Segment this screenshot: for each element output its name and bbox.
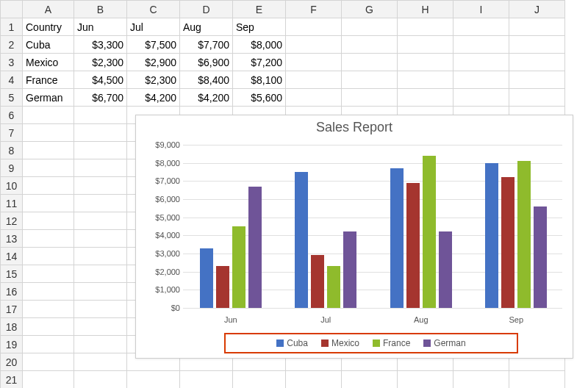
legend-item[interactable]: German xyxy=(423,338,465,348)
cell[interactable] xyxy=(23,230,74,248)
cell[interactable] xyxy=(23,318,74,336)
cell[interactable] xyxy=(286,36,342,54)
cell[interactable]: $7,500 xyxy=(127,36,180,54)
cell[interactable] xyxy=(398,71,453,89)
cell[interactable]: Mexico xyxy=(23,54,74,71)
chart-bar[interactable] xyxy=(232,226,245,308)
cell[interactable]: Sep xyxy=(233,18,286,36)
cell[interactable] xyxy=(286,371,342,389)
row-header[interactable]: 9 xyxy=(1,159,23,177)
cell[interactable]: $5,600 xyxy=(233,89,286,107)
row-header[interactable]: 2 xyxy=(1,36,23,54)
chart-legend[interactable]: CubaMexicoFranceGerman xyxy=(224,333,518,353)
cell[interactable]: $2,300 xyxy=(74,54,127,71)
cell[interactable] xyxy=(74,265,127,283)
row-header[interactable]: 16 xyxy=(1,283,23,301)
cell[interactable]: $8,100 xyxy=(233,71,286,89)
row-header[interactable]: 14 xyxy=(1,248,23,265)
cell[interactable]: $7,700 xyxy=(180,36,233,54)
col-header[interactable]: H xyxy=(398,1,453,18)
cell[interactable] xyxy=(23,248,74,265)
chart-bar[interactable] xyxy=(485,163,498,308)
cell[interactable] xyxy=(286,18,342,36)
cell[interactable] xyxy=(453,36,509,54)
cell[interactable]: France xyxy=(23,71,74,89)
row-header[interactable]: 10 xyxy=(1,177,23,195)
row-header[interactable]: 20 xyxy=(1,353,23,371)
chart-bar[interactable] xyxy=(534,206,547,308)
cell[interactable] xyxy=(509,371,565,389)
row-header[interactable]: 12 xyxy=(1,212,23,230)
cell[interactable] xyxy=(509,54,565,71)
cell[interactable] xyxy=(74,353,127,371)
cell[interactable]: $8,400 xyxy=(180,71,233,89)
cell[interactable]: German xyxy=(23,89,74,107)
cell[interactable] xyxy=(453,18,509,36)
chart-bar[interactable] xyxy=(295,172,308,308)
cell[interactable]: $4,200 xyxy=(127,89,180,107)
cell[interactable] xyxy=(127,371,180,389)
cell[interactable] xyxy=(342,89,398,107)
row-header[interactable]: 15 xyxy=(1,265,23,283)
cell[interactable] xyxy=(453,371,509,389)
chart-bar[interactable] xyxy=(248,187,262,308)
cell[interactable] xyxy=(23,353,74,371)
cell[interactable] xyxy=(74,318,127,336)
cell[interactable] xyxy=(23,142,74,159)
col-header[interactable]: E xyxy=(233,1,286,18)
cell[interactable] xyxy=(74,230,127,248)
cell[interactable] xyxy=(74,283,127,301)
cell[interactable] xyxy=(23,301,74,318)
cell[interactable] xyxy=(342,371,398,389)
cell[interactable] xyxy=(180,371,233,389)
chart-bar[interactable] xyxy=(517,161,531,308)
cell[interactable] xyxy=(74,195,127,212)
col-header[interactable]: C xyxy=(127,1,180,18)
cell[interactable] xyxy=(398,54,453,71)
col-header[interactable]: F xyxy=(286,1,342,18)
cell[interactable] xyxy=(509,71,565,89)
cell[interactable] xyxy=(286,89,342,107)
row-header[interactable]: 4 xyxy=(1,71,23,89)
cell[interactable] xyxy=(23,124,74,142)
corner-cell[interactable] xyxy=(1,1,23,18)
row-header[interactable]: 18 xyxy=(1,318,23,336)
cell[interactable] xyxy=(233,371,286,389)
cell[interactable] xyxy=(23,107,74,124)
cell[interactable]: $2,900 xyxy=(127,54,180,71)
cell[interactable] xyxy=(74,142,127,159)
cell[interactable]: Cuba xyxy=(23,36,74,54)
cell[interactable] xyxy=(74,336,127,353)
cell[interactable] xyxy=(342,36,398,54)
cell[interactable] xyxy=(23,177,74,195)
cell[interactable] xyxy=(23,283,74,301)
row-header[interactable]: 17 xyxy=(1,301,23,318)
cell[interactable]: $2,300 xyxy=(127,71,180,89)
cell[interactable]: Jun xyxy=(74,18,127,36)
cell[interactable] xyxy=(398,89,453,107)
cell[interactable] xyxy=(74,212,127,230)
cell[interactable] xyxy=(453,71,509,89)
cell[interactable] xyxy=(74,371,127,389)
cell[interactable] xyxy=(509,89,565,107)
cell[interactable]: $7,200 xyxy=(233,54,286,71)
row-header[interactable]: 13 xyxy=(1,230,23,248)
col-header[interactable]: I xyxy=(453,1,509,18)
chart-bar[interactable] xyxy=(327,266,340,308)
cell[interactable] xyxy=(342,18,398,36)
cell[interactable]: $8,000 xyxy=(233,36,286,54)
row-header[interactable]: 7 xyxy=(1,124,23,142)
cell[interactable] xyxy=(23,212,74,230)
col-header[interactable]: G xyxy=(342,1,398,18)
row-header[interactable]: 19 xyxy=(1,336,23,353)
row-header[interactable]: 1 xyxy=(1,18,23,36)
row-header[interactable]: 5 xyxy=(1,89,23,107)
cell[interactable] xyxy=(74,177,127,195)
chart-bar[interactable] xyxy=(501,177,514,308)
cell[interactable]: $3,300 xyxy=(74,36,127,54)
col-header[interactable]: D xyxy=(180,1,233,18)
cell[interactable]: $4,200 xyxy=(180,89,233,107)
cell[interactable] xyxy=(286,54,342,71)
legend-item[interactable]: Cuba xyxy=(276,338,308,348)
cell[interactable] xyxy=(74,107,127,124)
